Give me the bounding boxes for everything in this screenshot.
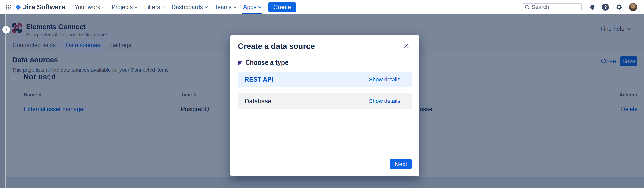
chevron-down-icon	[258, 5, 261, 8]
show-details-link[interactable]: Show details	[369, 76, 400, 83]
nav-item-projects[interactable]: Projects	[108, 0, 141, 14]
search-icon	[525, 5, 530, 10]
nav-item-teams[interactable]: Teams	[211, 0, 240, 14]
gear-icon	[616, 4, 623, 11]
create-data-source-modal: Create a data source Choose a type REST …	[230, 35, 419, 176]
nav-item-dashboards[interactable]: Dashboards	[168, 0, 211, 14]
jira-logo[interactable]: Jira Software	[15, 3, 65, 11]
primary-nav: Your work Projects Filters Dashboards Te…	[71, 0, 264, 14]
close-icon	[403, 43, 410, 49]
step-label: Choose a type	[245, 59, 288, 66]
notifications-button[interactable]	[588, 3, 596, 11]
nav-item-label: Projects	[112, 4, 133, 11]
modal-step-row: Choose a type	[238, 59, 288, 66]
chevron-down-icon	[134, 5, 138, 8]
chevron-down-icon	[233, 5, 237, 8]
option-label: REST API	[244, 76, 273, 83]
nav-item-your-work[interactable]: Your work	[71, 0, 108, 14]
user-avatar[interactable]	[629, 3, 637, 11]
help-button[interactable]: ?	[602, 3, 609, 11]
option-rest-api[interactable]: REST API Show details	[238, 72, 412, 87]
app-switcher-icon[interactable]	[6, 4, 11, 10]
sidebar-divider	[5, 14, 6, 188]
option-database[interactable]: Database Show details	[238, 93, 412, 109]
step-bullet-icon	[238, 61, 242, 65]
expand-sidebar-button[interactable]	[2, 26, 10, 34]
nav-item-label: Your work	[75, 4, 100, 11]
navbar-right: ?	[522, 3, 637, 11]
chevron-down-icon	[102, 5, 105, 8]
nav-item-label: Filters	[144, 4, 160, 11]
chevron-down-icon	[205, 5, 208, 8]
modal-close-button[interactable]	[402, 42, 411, 50]
jira-diamond-icon	[15, 4, 21, 10]
nav-item-label: Teams	[214, 4, 232, 11]
search-input[interactable]	[532, 4, 574, 10]
top-navbar: Jira Software Your work Projects Filters…	[0, 0, 644, 14]
modal-title: Create a data source	[238, 42, 315, 51]
settings-button[interactable]	[615, 3, 623, 11]
bell-icon	[589, 4, 595, 11]
create-button[interactable]: Create	[268, 2, 296, 12]
screen: Jira Software Your work Projects Filters…	[0, 0, 644, 188]
help-icon: ?	[602, 4, 609, 11]
nav-item-label: Dashboards	[172, 4, 203, 11]
show-details-link[interactable]: Show details	[369, 98, 400, 104]
nav-item-apps[interactable]: Apps	[240, 0, 264, 14]
next-button[interactable]: Next	[390, 159, 412, 169]
jira-logo-text: Jira Software	[23, 3, 65, 11]
nav-item-filters[interactable]: Filters	[141, 0, 168, 14]
chevron-right-icon	[4, 28, 7, 31]
option-label: Database	[244, 98, 271, 105]
nav-item-label: Apps	[243, 4, 256, 11]
search-box[interactable]	[522, 3, 582, 11]
chevron-down-icon	[162, 5, 165, 8]
